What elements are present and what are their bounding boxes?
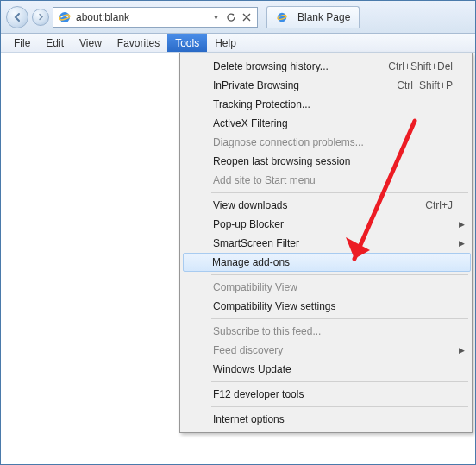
arrow-right-icon	[37, 13, 45, 21]
menu-edit[interactable]: Edit	[38, 34, 72, 52]
menu-label: View downloads	[213, 199, 288, 211]
menu-shortcut: Ctrl+Shift+Del	[388, 60, 453, 72]
menu-view[interactable]: View	[72, 34, 110, 52]
back-button[interactable]	[6, 6, 28, 28]
menu-manage-addons[interactable]: Manage add-ons	[183, 253, 471, 272]
menu-separator	[211, 192, 468, 193]
stop-icon[interactable]	[240, 10, 254, 24]
menu-feed-discovery[interactable]: Feed discovery ▶	[184, 341, 470, 360]
menu-label: Internet options	[213, 413, 285, 425]
refresh-icon[interactable]	[224, 10, 238, 24]
address-right-icons: ▾	[209, 10, 255, 24]
tab-title: Blank Page	[298, 11, 350, 23]
menu-label: ActiveX Filtering	[213, 117, 288, 129]
address-url: about:blank	[76, 11, 209, 23]
menu-compatibility-view[interactable]: Compatibility View	[184, 278, 470, 297]
menu-separator	[211, 381, 468, 382]
menu-label: Delete browsing history...	[213, 60, 329, 72]
menu-tools[interactable]: Tools	[167, 34, 207, 52]
menu-activex-filtering[interactable]: ActiveX Filtering	[184, 114, 470, 133]
submenu-arrow-icon: ▶	[459, 220, 465, 229]
submenu-arrow-icon: ▶	[459, 239, 465, 248]
ie-logo-icon	[57, 9, 72, 25]
submenu-arrow-icon: ▶	[459, 346, 465, 355]
menu-label: Subscribe to this feed...	[213, 325, 321, 337]
menu-label: Feed discovery	[213, 344, 283, 356]
menu-subscribe-feed[interactable]: Subscribe to this feed...	[184, 322, 470, 341]
dropdown-icon[interactable]: ▾	[209, 10, 222, 24]
menu-diagnose-connection[interactable]: Diagnose connection problems...	[184, 133, 470, 152]
arrow-left-icon	[12, 12, 22, 22]
menu-f12-developer-tools[interactable]: F12 developer tools	[184, 385, 470, 404]
menu-separator	[211, 318, 468, 319]
menu-label: Manage add-ons	[212, 256, 290, 268]
menu-compatibility-view-settings[interactable]: Compatibility View settings	[184, 297, 470, 316]
address-toolbar: about:blank ▾ Blank Page	[1, 1, 475, 34]
menu-label: Add site to Start menu	[213, 174, 316, 186]
menu-separator	[211, 406, 468, 407]
menu-view-downloads[interactable]: View downloads Ctrl+J	[184, 196, 470, 215]
menu-label: Diagnose connection problems...	[213, 136, 364, 148]
menu-label: Reopen last browsing session	[213, 155, 350, 167]
menu-label: Tracking Protection...	[213, 98, 310, 110]
menu-tracking-protection[interactable]: Tracking Protection...	[184, 95, 470, 114]
menu-label: SmartScreen Filter	[213, 237, 299, 249]
menu-help[interactable]: Help	[207, 34, 244, 52]
menu-delete-browsing-history[interactable]: Delete browsing history... Ctrl+Shift+De…	[184, 57, 470, 76]
menu-smartscreen-filter[interactable]: SmartScreen Filter ▶	[184, 234, 470, 253]
menu-popup-blocker[interactable]: Pop-up Blocker ▶	[184, 215, 470, 234]
forward-button[interactable]	[32, 9, 49, 26]
menu-label: Compatibility View	[213, 281, 298, 293]
menu-label: Pop-up Blocker	[213, 218, 284, 230]
tools-dropdown: Delete browsing history... Ctrl+Shift+De…	[179, 53, 473, 433]
tab-blank-page[interactable]: Blank Page	[266, 6, 360, 28]
menu-shortcut: Ctrl+J	[425, 199, 453, 211]
tab-strip: Blank Page	[266, 6, 360, 28]
menu-label: F12 developer tools	[213, 388, 304, 400]
menu-shortcut: Ctrl+Shift+P	[397, 79, 453, 91]
menu-inprivate-browsing[interactable]: InPrivate Browsing Ctrl+Shift+P	[184, 76, 470, 95]
menu-label: Windows Update	[213, 363, 291, 375]
menu-internet-options[interactable]: Internet options	[184, 410, 470, 429]
menu-add-to-start[interactable]: Add site to Start menu	[184, 171, 470, 190]
menu-reopen-last-session[interactable]: Reopen last browsing session	[184, 152, 470, 171]
menu-separator	[211, 274, 468, 275]
ie-logo-icon	[274, 9, 290, 25]
menu-bar: File Edit View Favorites Tools Help	[1, 34, 475, 53]
address-input[interactable]: about:blank ▾	[53, 7, 258, 28]
menu-favorites[interactable]: Favorites	[110, 34, 167, 52]
menu-file[interactable]: File	[6, 34, 38, 52]
menu-label: InPrivate Browsing	[213, 79, 299, 91]
menu-label: Compatibility View settings	[213, 300, 336, 312]
menu-windows-update[interactable]: Windows Update	[184, 360, 470, 379]
